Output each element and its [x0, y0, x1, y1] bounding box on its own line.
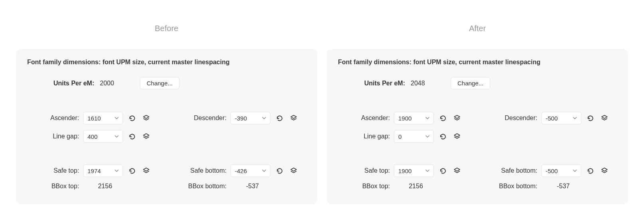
- undo-icon: [439, 114, 446, 122]
- layers-button[interactable]: [599, 165, 610, 176]
- layers-icon: [143, 133, 150, 140]
- safe-top-input[interactable]: 1974: [83, 164, 123, 177]
- chevron-down-icon: [114, 115, 119, 121]
- upm-value: 2000: [100, 80, 140, 87]
- bbox-top-value: 2156: [83, 183, 123, 190]
- layers-button[interactable]: [451, 112, 463, 124]
- safe-bottom-label: Safe bottom:: [175, 167, 227, 174]
- undo-icon: [128, 167, 135, 174]
- safe-top-value: 1900: [398, 168, 411, 174]
- ascender-input[interactable]: 1610: [83, 112, 123, 124]
- undo-button[interactable]: [274, 165, 285, 176]
- layers-icon: [143, 114, 150, 122]
- descender-input[interactable]: -500: [541, 112, 581, 124]
- panel-heading: Font family dimensions: font UPM size, c…: [338, 59, 617, 66]
- column-title-after: After: [327, 24, 628, 33]
- bbox-top-field: BBox top: 2156: [338, 183, 469, 190]
- undo-button[interactable]: [274, 112, 285, 124]
- layers-icon: [143, 167, 150, 174]
- bbox-bottom-field: BBox bottom: -537: [175, 183, 306, 190]
- chevron-down-icon: [261, 115, 267, 121]
- layers-icon: [601, 114, 608, 122]
- undo-icon: [439, 167, 446, 174]
- descender-value: -390: [235, 115, 247, 122]
- upm-label: Units Per eM:: [42, 80, 94, 87]
- line-gap-value: 0: [398, 133, 402, 140]
- before-column: Before Font family dimensions: font UPM …: [16, 24, 317, 204]
- layers-button[interactable]: [451, 165, 463, 176]
- bbox-bottom-value: -537: [231, 183, 270, 190]
- bbox-top-field: BBox top: 2156: [27, 183, 159, 190]
- undo-icon: [586, 167, 594, 174]
- layers-button[interactable]: [451, 131, 463, 142]
- safe-top-field: Safe top: 1900: [338, 164, 469, 177]
- undo-icon: [276, 167, 283, 174]
- layers-icon: [290, 167, 297, 174]
- layers-button[interactable]: [288, 165, 299, 176]
- undo-icon: [586, 114, 594, 122]
- line-gap-input[interactable]: 0: [394, 130, 434, 143]
- descender-field: Descender: -390: [175, 112, 306, 124]
- layers-icon: [453, 167, 461, 174]
- layers-button[interactable]: [141, 131, 152, 142]
- descender-field: Descender: -500: [485, 112, 617, 124]
- safe-bottom-input[interactable]: -426: [231, 164, 270, 177]
- line-gap-field: Line gap: 400: [27, 130, 159, 143]
- upm-row: Units Per eM: 2048 Change...: [338, 77, 617, 89]
- undo-icon: [276, 114, 283, 122]
- layers-icon: [453, 114, 461, 122]
- chevron-down-icon: [572, 115, 578, 121]
- chevron-down-icon: [425, 115, 430, 121]
- bbox-top-label: BBox top:: [338, 183, 390, 190]
- safe-top-label: Safe top:: [338, 167, 390, 174]
- line-gap-field: Line gap: 0: [338, 130, 469, 143]
- change-button[interactable]: Change...: [140, 77, 179, 89]
- safe-bottom-value: -426: [235, 168, 247, 174]
- panel-heading: Font family dimensions: font UPM size, c…: [27, 59, 306, 66]
- ascender-label: Ascender:: [338, 114, 390, 122]
- bbox-top-value: 2156: [394, 183, 434, 190]
- layers-icon: [290, 114, 297, 122]
- safe-bottom-input[interactable]: -500: [541, 164, 581, 177]
- safe-bottom-value: -500: [546, 168, 558, 174]
- descender-input[interactable]: -390: [231, 112, 270, 124]
- dimensions-panel-after: Font family dimensions: font UPM size, c…: [327, 49, 628, 204]
- chevron-down-icon: [425, 134, 430, 139]
- safe-bottom-label: Safe bottom:: [485, 167, 537, 174]
- undo-button[interactable]: [437, 165, 448, 176]
- after-column: After Font family dimensions: font UPM s…: [327, 24, 628, 204]
- ascender-input[interactable]: 1900: [394, 112, 434, 124]
- line-gap-label: Line gap:: [338, 133, 390, 140]
- undo-icon: [439, 133, 446, 140]
- ascender-value: 1610: [87, 115, 101, 122]
- layers-button[interactable]: [141, 112, 152, 124]
- layers-icon: [453, 133, 461, 140]
- chevron-down-icon: [114, 168, 119, 174]
- safe-top-value: 1974: [87, 168, 101, 174]
- undo-button[interactable]: [584, 165, 596, 176]
- undo-icon: [128, 133, 135, 140]
- column-title-before: Before: [16, 24, 317, 33]
- chevron-down-icon: [114, 134, 119, 139]
- undo-button[interactable]: [126, 165, 137, 176]
- bbox-bottom-value: -537: [541, 183, 581, 190]
- layers-button[interactable]: [288, 112, 299, 124]
- undo-button[interactable]: [126, 112, 137, 124]
- bbox-bottom-field: BBox bottom: -537: [485, 183, 617, 190]
- line-gap-input[interactable]: 400: [83, 130, 123, 143]
- layers-button[interactable]: [599, 112, 610, 124]
- descender-value: -500: [546, 115, 558, 122]
- bbox-bottom-label: BBox bottom:: [485, 183, 537, 190]
- safe-bottom-field: Safe bottom: -500: [485, 164, 617, 177]
- change-button[interactable]: Change...: [451, 77, 490, 89]
- layers-icon: [601, 167, 608, 174]
- safe-top-input[interactable]: 1900: [394, 164, 434, 177]
- undo-button[interactable]: [437, 112, 448, 124]
- upm-row: Units Per eM: 2000 Change...: [27, 77, 306, 89]
- layers-button[interactable]: [141, 165, 152, 176]
- ascender-field: Ascender: 1610: [27, 112, 159, 124]
- undo-button[interactable]: [126, 131, 137, 142]
- descender-label: Descender:: [485, 114, 537, 122]
- undo-button[interactable]: [437, 131, 448, 142]
- undo-button[interactable]: [584, 112, 596, 124]
